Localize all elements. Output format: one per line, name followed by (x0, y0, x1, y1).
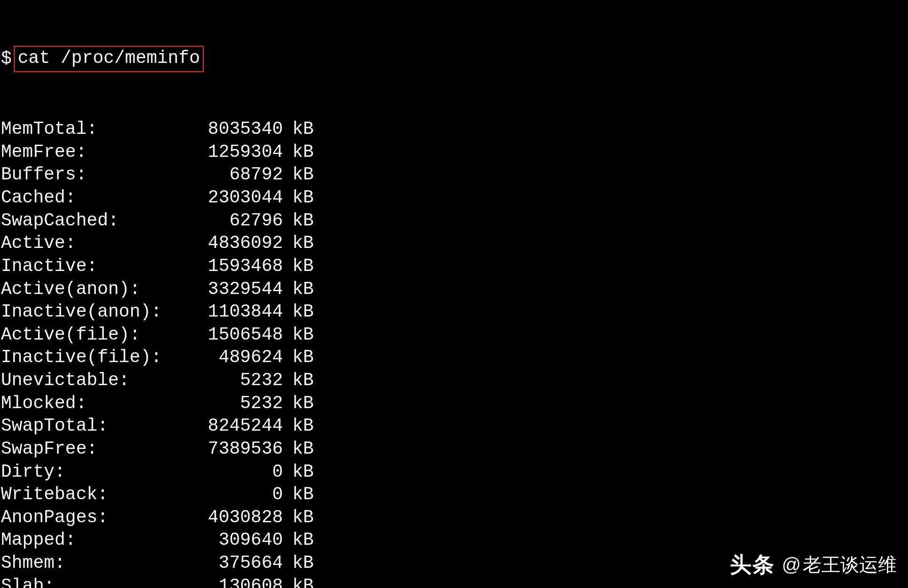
meminfo-key: Mapped: (0, 529, 194, 552)
meminfo-key: Active(anon): (0, 278, 194, 301)
meminfo-key: Cached: (0, 186, 194, 209)
meminfo-key: Shmem: (0, 552, 194, 575)
meminfo-value: 130608 (194, 575, 283, 588)
meminfo-row: SwapFree:7389536kB (0, 438, 908, 461)
meminfo-value: 8035340 (194, 118, 283, 141)
meminfo-key: Mlocked: (0, 392, 194, 415)
meminfo-unit: kB (283, 141, 314, 164)
command-line: $ cat /proc/meminfo (0, 46, 908, 72)
meminfo-key: Active(file): (0, 324, 194, 347)
meminfo-value: 4030828 (194, 506, 283, 529)
meminfo-row: MemTotal:8035340kB (0, 118, 908, 141)
meminfo-row: Active:4836092kB (0, 232, 908, 255)
meminfo-row: Mlocked:5232kB (0, 392, 908, 415)
terminal-output[interactable]: $ cat /proc/meminfo MemTotal:8035340kBMe… (0, 0, 908, 588)
watermark-at: @ (782, 553, 801, 577)
meminfo-value: 0 (194, 483, 283, 506)
meminfo-row: Active(anon):3329544kB (0, 278, 908, 301)
meminfo-value: 5232 (194, 392, 283, 415)
command-text: cat /proc/meminfo (14, 46, 204, 72)
meminfo-unit: kB (283, 118, 314, 141)
meminfo-row: Inactive(file):489624kB (0, 346, 908, 369)
meminfo-value: 68792 (194, 163, 283, 186)
meminfo-unit: kB (283, 575, 314, 588)
meminfo-key: SwapFree: (0, 438, 194, 461)
meminfo-row: AnonPages:4030828kB (0, 506, 908, 529)
meminfo-value: 375664 (194, 552, 283, 575)
meminfo-unit: kB (283, 483, 314, 506)
meminfo-unit: kB (283, 255, 314, 278)
meminfo-value: 1259304 (194, 141, 283, 164)
meminfo-key: MemTotal: (0, 118, 194, 141)
meminfo-value: 0 (194, 461, 283, 484)
meminfo-key: SwapTotal: (0, 415, 194, 438)
meminfo-row: SwapTotal:8245244kB (0, 415, 908, 438)
meminfo-unit: kB (283, 163, 314, 186)
meminfo-row: SwapCached:62796kB (0, 209, 908, 232)
meminfo-key: Writeback: (0, 483, 194, 506)
meminfo-value: 1593468 (194, 255, 283, 278)
meminfo-unit: kB (283, 301, 314, 324)
meminfo-key: AnonPages: (0, 506, 194, 529)
meminfo-row: Buffers:68792kB (0, 163, 908, 186)
meminfo-row: Dirty:0kB (0, 461, 908, 484)
prompt-symbol: $ (0, 47, 15, 70)
meminfo-key: Inactive: (0, 255, 194, 278)
meminfo-key: Active: (0, 232, 194, 255)
meminfo-unit: kB (283, 461, 314, 484)
meminfo-unit: kB (283, 392, 314, 415)
meminfo-unit: kB (283, 438, 314, 461)
meminfo-unit: kB (283, 324, 314, 347)
meminfo-unit: kB (283, 186, 314, 209)
meminfo-row: Unevictable:5232kB (0, 369, 908, 392)
meminfo-key: Inactive(file): (0, 346, 194, 369)
meminfo-value: 62796 (194, 209, 283, 232)
meminfo-key: Buffers: (0, 163, 194, 186)
meminfo-key: Unevictable: (0, 369, 194, 392)
meminfo-row: Inactive:1593468kB (0, 255, 908, 278)
meminfo-key: MemFree: (0, 141, 194, 164)
meminfo-value: 8245244 (194, 415, 283, 438)
meminfo-unit: kB (283, 506, 314, 529)
meminfo-value: 309640 (194, 529, 283, 552)
meminfo-row: Writeback:0kB (0, 483, 908, 506)
meminfo-row: MemFree:1259304kB (0, 141, 908, 164)
meminfo-value: 4836092 (194, 232, 283, 255)
meminfo-unit: kB (283, 369, 314, 392)
meminfo-value: 5232 (194, 369, 283, 392)
meminfo-row: Cached:2303044kB (0, 186, 908, 209)
meminfo-unit: kB (283, 346, 314, 369)
meminfo-key: Dirty: (0, 461, 194, 484)
watermark-author: 老王谈运维 (803, 553, 897, 577)
meminfo-unit: kB (283, 278, 314, 301)
meminfo-row: Active(file):1506548kB (0, 324, 908, 347)
meminfo-value: 3329544 (194, 278, 283, 301)
meminfo-value: 1103844 (194, 301, 283, 324)
meminfo-unit: kB (283, 415, 314, 438)
meminfo-key: Inactive(anon): (0, 301, 194, 324)
meminfo-value: 1506548 (194, 324, 283, 347)
meminfo-unit: kB (283, 529, 314, 552)
watermark: 头条 @ 老王谈运维 (730, 551, 897, 579)
meminfo-row: Mapped:309640kB (0, 529, 908, 552)
meminfo-unit: kB (283, 209, 314, 232)
meminfo-value: 7389536 (194, 438, 283, 461)
meminfo-key: SwapCached: (0, 209, 194, 232)
meminfo-key: Slab: (0, 575, 194, 588)
meminfo-row: Inactive(anon):1103844kB (0, 301, 908, 324)
meminfo-value: 2303044 (194, 186, 283, 209)
meminfo-unit: kB (283, 552, 314, 575)
meminfo-rows: MemTotal:8035340kBMemFree:1259304kBBuffe… (0, 118, 908, 588)
meminfo-unit: kB (283, 232, 314, 255)
watermark-brand: 头条 (730, 551, 775, 579)
meminfo-value: 489624 (194, 346, 283, 369)
